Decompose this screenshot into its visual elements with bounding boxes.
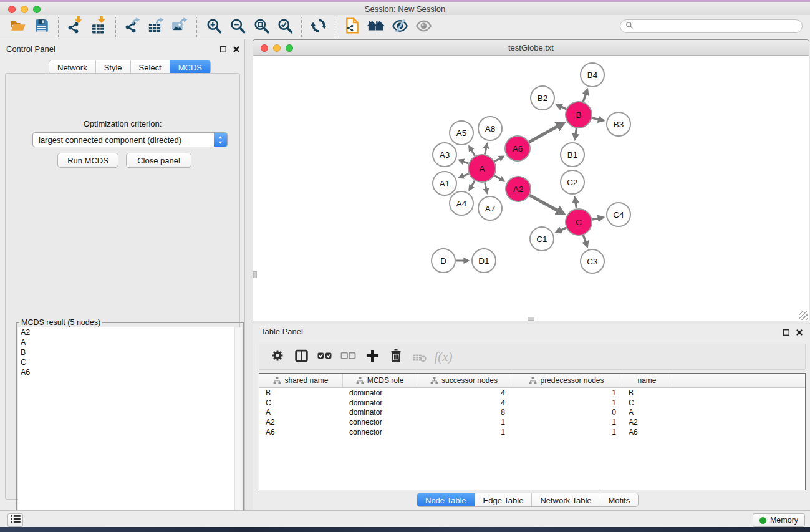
export-network-button[interactable] (121, 16, 145, 37)
graph-node-A6[interactable]: A6 (505, 136, 530, 161)
split-columns-button[interactable] (289, 346, 313, 368)
trash-button[interactable] (384, 346, 408, 368)
result-item[interactable]: A2 (18, 327, 242, 337)
first-neighbors-home-button[interactable] (364, 16, 388, 37)
table-row[interactable]: Bdominator41B (259, 388, 805, 398)
tab-network[interactable]: Network (49, 60, 95, 74)
graph-node-C1[interactable]: C1 (530, 227, 554, 251)
graph-node-A2[interactable]: A2 (506, 177, 531, 201)
edge-A-A3[interactable] (459, 160, 468, 163)
graph-node-D1[interactable]: D1 (472, 249, 496, 273)
tab-network-table[interactable]: Network Table (531, 493, 599, 506)
export-image-button[interactable] (168, 16, 192, 37)
table-row[interactable]: Cdominator41C (259, 398, 805, 408)
graph-node-A7[interactable]: A7 (478, 196, 502, 220)
graph-node-A[interactable]: A (468, 155, 496, 182)
export-table-button[interactable] (145, 16, 168, 37)
table-row[interactable]: A6connector11A6 (259, 427, 805, 437)
graph-node-B[interactable]: B (566, 102, 592, 128)
zoom-in-button[interactable] (202, 16, 226, 37)
edge-C-C4[interactable] (592, 218, 604, 220)
table-row[interactable]: Adominator80A (259, 408, 805, 418)
check-all-button[interactable] (313, 346, 337, 368)
search-input[interactable] (637, 21, 797, 31)
result-item[interactable]: A (18, 337, 242, 347)
column-header-predecessor-nodes[interactable]: predecessor nodes (511, 374, 622, 387)
zoom-out-button[interactable] (226, 16, 249, 37)
close-panel-icon[interactable] (795, 328, 804, 337)
graph-node-D[interactable]: D (432, 249, 455, 273)
plus-button[interactable] (360, 346, 384, 368)
save-floppy-button[interactable] (30, 16, 54, 37)
import-table-button[interactable] (87, 16, 111, 37)
zoom-selected-button[interactable] (273, 16, 297, 37)
edge-A-A2[interactable] (494, 175, 504, 181)
edge-A2-C[interactable] (529, 195, 564, 214)
result-item[interactable]: A6 (18, 367, 242, 377)
close-panel-icon[interactable] (232, 45, 241, 54)
show-all-eye-button[interactable] (412, 16, 435, 37)
graph-node-B2[interactable]: B2 (531, 86, 554, 110)
edge-A6-B[interactable] (529, 123, 564, 142)
graph-node-A3[interactable]: A3 (433, 143, 456, 167)
memory-button[interactable]: Memory (753, 513, 805, 527)
column-header-successor-nodes[interactable]: successor nodes (417, 374, 511, 387)
edge-B-B3[interactable] (592, 118, 603, 120)
edge-C-C1[interactable] (556, 228, 566, 232)
column-header-MCDS-role[interactable]: MCDS role (343, 374, 417, 387)
resize-grip-icon[interactable] (799, 311, 808, 320)
tab-motifs[interactable]: Motifs (600, 493, 639, 506)
float-panel-icon[interactable] (219, 45, 228, 54)
graph-node-B1[interactable]: B1 (561, 143, 584, 167)
tab-mcds[interactable]: MCDS (170, 60, 210, 74)
run-mcds-button[interactable]: Run MCDS (57, 153, 118, 168)
open-folder-button[interactable] (6, 16, 30, 37)
result-item[interactable]: B (18, 347, 242, 357)
edge-A-A5[interactable] (470, 147, 475, 156)
gear-button[interactable] (266, 346, 289, 368)
hide-selected-eye-button[interactable] (388, 16, 412, 37)
task-history-button[interactable] (7, 513, 23, 527)
table-row[interactable]: A2connector11A2 (259, 417, 805, 427)
zoom-fit-button[interactable] (249, 16, 273, 37)
edge-B-B1[interactable] (575, 128, 577, 140)
tab-edge-table[interactable]: Edge Table (475, 493, 532, 506)
edge-B-B4[interactable] (583, 90, 587, 102)
edge-A-A7[interactable] (485, 183, 487, 193)
edge-A-A4[interactable] (470, 181, 475, 190)
graph-node-A1[interactable]: A1 (433, 172, 456, 195)
graph-node-B4[interactable]: B4 (581, 63, 604, 87)
edge-C-C3[interactable] (583, 235, 587, 247)
edge-C-C2[interactable] (575, 198, 577, 209)
network-from-document-button[interactable] (340, 16, 364, 37)
graph-node-A4[interactable]: A4 (450, 191, 473, 215)
import-network-button[interactable] (64, 16, 87, 37)
uncheck-all-button[interactable] (337, 346, 360, 368)
edge-A-A1[interactable] (459, 174, 468, 178)
edge-B-B2[interactable] (557, 105, 566, 109)
graph-node-C4[interactable]: C4 (607, 203, 630, 226)
network-graph-canvas[interactable]: AA1A2A3A4A5A6A7A8BB1B2B3B4CC1C2C3C4DD1 (253, 56, 809, 321)
edge-A-A8[interactable] (485, 143, 487, 154)
column-header-name[interactable]: name (622, 374, 672, 387)
frame-left-handle[interactable] (253, 271, 257, 278)
graph-node-B3[interactable]: B3 (607, 112, 630, 136)
graph-node-A5[interactable]: A5 (450, 121, 473, 145)
graph-node-A8[interactable]: A8 (478, 117, 502, 140)
float-panel-icon[interactable] (782, 328, 791, 337)
result-scrollbar[interactable] (234, 327, 242, 528)
search-field[interactable] (620, 19, 803, 33)
graph-node-C[interactable]: C (566, 209, 592, 235)
result-item[interactable]: C (18, 357, 242, 367)
edge-A-A6[interactable] (494, 157, 503, 162)
tab-style[interactable]: Style (95, 60, 130, 74)
column-header-shared-name[interactable]: shared name (259, 374, 343, 387)
tab-select[interactable]: Select (130, 60, 170, 74)
refresh-layout-button[interactable] (307, 16, 330, 37)
graph-node-C2[interactable]: C2 (561, 170, 584, 194)
criterion-dropdown[interactable]: largest connected component (directed) (32, 132, 228, 147)
close-panel-button[interactable]: Close panel (126, 153, 191, 168)
graph-node-C3[interactable]: C3 (581, 249, 604, 273)
tab-node-table[interactable]: Node Table (417, 493, 475, 506)
frame-bottom-handle[interactable] (528, 317, 534, 321)
